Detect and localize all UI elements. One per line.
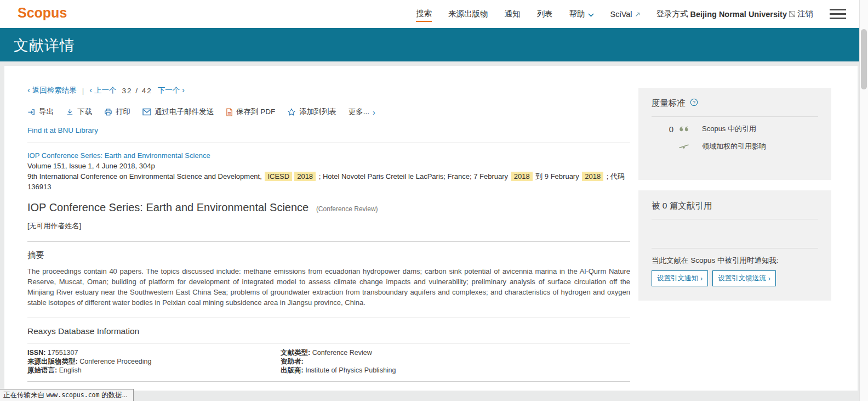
document-details-card: ‹ 返回检索结果 | ‹ 上一个 32 / 42 下一个 › 导出	[4, 66, 858, 391]
divider	[27, 381, 630, 382]
login-institution[interactable]: 登录方式 Beijing Normal University 注销	[656, 9, 813, 19]
nav-item-alerts-label: 通知	[505, 9, 521, 19]
panel-divider	[652, 116, 818, 117]
detail-value: English	[59, 366, 82, 374]
nav-item-sources[interactable]: 来源出版物	[448, 7, 488, 21]
detail-value: 17551307	[48, 349, 78, 357]
chevron-right-icon: ›	[700, 275, 703, 283]
reaxys-heading: Reaxys Database Information	[27, 326, 630, 336]
export-button[interactable]: 导出	[27, 107, 54, 117]
top-nav-menu: 搜索 来源出版物 通知 列表 帮助 SciVal 登录方式 Beijing No…	[416, 0, 846, 28]
logout-link[interactable]: 注销	[797, 9, 813, 19]
page-title: 文献详情	[0, 28, 868, 55]
conference-text: 到 9 February	[534, 172, 581, 180]
set-citation-feed-button[interactable]: 设置引文馈送流 ›	[712, 270, 776, 286]
abstract-heading: 摘要	[27, 250, 630, 261]
cited-by-panel: 被 0 篇文献引用 当此文献在 Scopus 中被引用时通知我: 设置引文通知 …	[638, 190, 831, 301]
export-label: 导出	[39, 107, 54, 117]
highlighted-term: 2018	[511, 172, 533, 181]
vertical-scrollbar[interactable]	[859, 0, 868, 401]
divider	[27, 241, 630, 242]
document-type-note: (Conference Review)	[316, 205, 378, 213]
status-text: 正在传输来自	[3, 391, 46, 399]
email-button[interactable]: 通过电子邮件发送	[142, 107, 214, 117]
printer-icon	[104, 108, 112, 116]
nav-item-search[interactable]: 搜索	[416, 6, 432, 22]
chevron-down-icon	[588, 10, 594, 19]
nav-item-lists-label: 列表	[537, 9, 553, 19]
highlighted-term: ICESD	[265, 172, 292, 181]
chevron-left-icon: ‹	[27, 85, 30, 94]
previous-record-link[interactable]: ‹ 上一个	[89, 86, 116, 95]
more-button[interactable]: 更多... ›	[349, 107, 375, 117]
detail-label: 资助者:	[281, 358, 304, 365]
source-title-link[interactable]: IOP Conference Series: Earth and Environ…	[27, 151, 210, 160]
add-to-list-label: 添加到列表	[299, 107, 336, 117]
conference-text: ; Hotel Novotel Paris Creteil le LacPari…	[317, 172, 510, 180]
document-title-row: IOP Conference Series: Earth and Environ…	[27, 201, 630, 214]
chevron-left-icon: ‹	[89, 85, 92, 94]
next-record-link[interactable]: 下一个 ›	[158, 86, 185, 95]
save-to-pdf-button[interactable]: 保存到 PDF	[226, 107, 275, 117]
detail-value: Conference Proceeding	[79, 358, 151, 365]
document-details-fields: ISSN: 17551307 来源出版物类型: Conference Proce…	[27, 343, 630, 381]
record-position: 32 / 42	[122, 87, 152, 95]
nav-item-lists[interactable]: 列表	[537, 7, 553, 21]
nav-item-search-label: 搜索	[416, 8, 432, 19]
metrics-heading: 度量标准	[652, 98, 686, 109]
detail-row-source-type: 来源出版物类型: Conference Proceeding	[27, 357, 281, 366]
scrollbar-thumb[interactable]	[861, 29, 867, 89]
scopus-logo[interactable]: Scopus	[18, 5, 67, 21]
conference-line: 9th International Conference on Environm…	[27, 171, 630, 192]
status-url: www.scopus.com	[46, 391, 99, 399]
detail-row-document-type: 文献类型: Conference Review	[281, 348, 534, 357]
print-button[interactable]: 打印	[104, 107, 130, 117]
conference-text: 9th International Conference on Environm…	[27, 172, 264, 180]
nav-item-alerts[interactable]: 通知	[505, 7, 521, 21]
nav-item-help[interactable]: 帮助	[569, 7, 594, 21]
detail-label: 来源出版物类型:	[27, 358, 78, 365]
find-it-at-library-link[interactable]: Find it at BNU Library	[27, 126, 98, 134]
seesaw-balance-icon	[678, 143, 702, 150]
record-navigation: ‹ 返回检索结果 | ‹ 上一个 32 / 42 下一个 ›	[27, 86, 630, 95]
chevron-right-icon: ›	[768, 275, 770, 283]
right-sidebar: 度量标准 ? 0 Scopus 中的引用 领域加权的引用影响	[638, 88, 831, 301]
abstract-text: The proceedings contain 40 papers. The t…	[27, 266, 630, 308]
nav-item-scival[interactable]: SciVal	[610, 8, 640, 21]
document-toolbar: 导出 下载 打印 通过电子邮件发送	[27, 107, 630, 117]
citation-metric-row: 0 Scopus 中的引用	[652, 124, 818, 134]
detail-row-publisher: 出版商: Institute of Physics Publishing	[281, 366, 534, 375]
pdf-file-icon	[226, 108, 233, 116]
back-to-results-link[interactable]: ‹ 返回检索结果	[27, 86, 77, 95]
detail-label: ISSN:	[27, 349, 45, 357]
help-icon[interactable]: ?	[690, 98, 698, 109]
login-prefix-label: 登录方式	[656, 9, 688, 19]
back-to-results-label: 返回检索结果	[32, 86, 77, 94]
add-to-list-button[interactable]: 添加到列表	[287, 107, 336, 117]
download-button[interactable]: 下载	[66, 107, 92, 117]
set-citation-alert-button[interactable]: 设置引文通知 ›	[652, 270, 708, 286]
inform-me-text: 当此文献在 Scopus 中被引用时通知我:	[652, 256, 818, 266]
detail-value: Institute of Physics Publishing	[305, 366, 396, 374]
chevron-right-icon: ›	[373, 108, 375, 117]
panel-divider	[652, 219, 818, 219]
email-label: 通过电子邮件发送	[155, 107, 214, 117]
svg-text:?: ?	[693, 100, 695, 105]
highlighted-term: 2018	[582, 172, 603, 181]
authors-note: [无可用作者姓名]	[27, 221, 630, 231]
institution-logo-broken-image-icon	[789, 11, 795, 17]
save-to-pdf-label: 保存到 PDF	[236, 107, 275, 117]
detail-label: 出版商:	[281, 366, 304, 374]
divider	[27, 318, 630, 318]
print-label: 打印	[116, 107, 130, 117]
hamburger-menu-icon[interactable]	[830, 6, 846, 22]
fwci-metric-label: 领域加权的引用影响	[702, 142, 766, 151]
fwci-metric-row: 领域加权的引用影响	[652, 142, 818, 151]
page-header-banner: 文献详情	[0, 28, 868, 61]
next-record-label: 下一个	[158, 86, 180, 94]
detail-row-original-language: 原始语言: English	[27, 366, 281, 375]
set-citation-feed-label: 设置引文馈送流	[718, 274, 766, 283]
document-title: IOP Conference Series: Earth and Environ…	[27, 201, 309, 213]
detail-row-issn: ISSN: 17551307	[27, 348, 281, 357]
cited-by-heading: 被 0 篇文献引用	[652, 200, 712, 212]
